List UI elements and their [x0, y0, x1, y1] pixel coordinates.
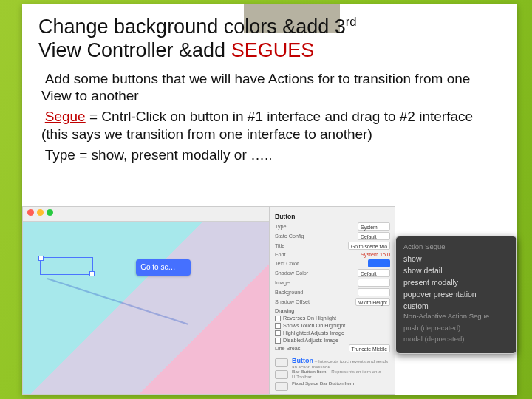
row-type-lbl: Type	[275, 223, 287, 230]
drawing-checks: Drawing	[270, 307, 395, 314]
row-shadowc-lbl: Shadow Color	[275, 270, 308, 276]
bullet-2: Segue = Cntrl-Click on button in #1 inte…	[41, 108, 501, 143]
title-sup: rd	[346, 15, 357, 29]
ck0: Reverses On Highlight	[283, 315, 336, 321]
lib-button-name: Button	[292, 358, 313, 364]
bullet-2-key: Segue	[45, 109, 86, 124]
row-title-val: Go to scene two	[348, 242, 390, 250]
menu-popover: popover presentation	[403, 288, 509, 300]
ck3: Disabled Adjusts Image	[283, 337, 338, 344]
bullet-1-text: Add some buttons that we will have Actio…	[41, 71, 470, 104]
row-state-lbl: State Config	[275, 233, 304, 239]
xcode-toolbar	[23, 207, 269, 222]
title-prefix: Change background colors &add 3	[38, 16, 346, 38]
row-bg-lbl: Background	[275, 289, 303, 296]
row-image-lbl: Image	[275, 279, 290, 286]
segue-drag-line	[47, 278, 188, 325]
row-bg-val	[358, 288, 390, 296]
menu-show: show	[403, 253, 509, 265]
row-lb-lbl: Line Break	[275, 345, 300, 352]
bullet-2-text: = Cntrl-Click on button in #1 interface …	[41, 109, 473, 142]
segue-menu-note: Non-Adaptive Action Segue	[403, 312, 509, 320]
attributes-inspector: Button TypeSystem State ConfigDefault Ti…	[270, 206, 395, 395]
lib-fixed-name: Fixed Space Bar Button Item	[292, 381, 354, 386]
slide-title: Change background colors &add 3rd View C…	[38, 15, 501, 63]
row-textcolor-lbl: Text Color	[275, 260, 299, 267]
title-line2: View Controller &add	[38, 39, 231, 61]
row-font-lbl: Font	[275, 251, 285, 258]
storyboard-button-chip: Go to sc…	[136, 259, 191, 276]
lib-barbtn-icon	[275, 370, 288, 379]
row-image-val	[358, 279, 390, 287]
row-shadowoff-lbl: Shadow Offset	[275, 299, 310, 305]
title-segues: SEGUES	[231, 39, 315, 61]
row-font-val: System 15.0	[361, 251, 390, 258]
menu-push-dep: push (deprecated)	[403, 322, 509, 333]
row-title-lbl: Title	[275, 242, 284, 249]
row-lb-val: Truncate Middle	[349, 344, 390, 352]
segue-menu: Action Segue show show detail present mo…	[395, 236, 517, 354]
row-type-val: System	[358, 222, 390, 231]
bullet-list: Add some buttons that we will have Actio…	[41, 70, 501, 164]
traffic-lights	[27, 209, 53, 216]
bullet-3: Type = show, present modally or …..	[41, 146, 501, 164]
lib-fixed-icon	[275, 382, 288, 391]
screenshot-row: Go to sc… Button TypeSystem State Config…	[22, 206, 517, 395]
menu-show-detail: show detail	[403, 265, 509, 276]
menu-custom: custom	[403, 300, 509, 312]
row-shadowc-val: Default	[358, 269, 390, 277]
menu-present-modally: present modally	[403, 276, 509, 288]
lib-button-icon	[275, 358, 288, 367]
bullet-3-text: Type = show, present modally or …..	[45, 147, 273, 163]
ck1: Shows Touch On Highlight	[283, 322, 345, 329]
segue-menu-header: Action Segue	[403, 242, 509, 250]
row-state-val: Default	[358, 232, 390, 240]
inspector-header: Button	[270, 211, 395, 222]
ck2: Highlighted Adjusts Image	[283, 330, 344, 336]
row-textcolor-swatch	[368, 259, 390, 267]
slide-card: Change background colors &add 3rd View C…	[22, 4, 517, 395]
selected-button-outline	[40, 257, 93, 275]
row-shadowoff-val: Width Height	[355, 298, 390, 306]
storyboard-screenshot: Go to sc…	[22, 206, 270, 395]
menu-modal-dep: modal (deprecated)	[403, 333, 509, 344]
bullet-1: Add some buttons that we will have Actio…	[41, 70, 501, 106]
